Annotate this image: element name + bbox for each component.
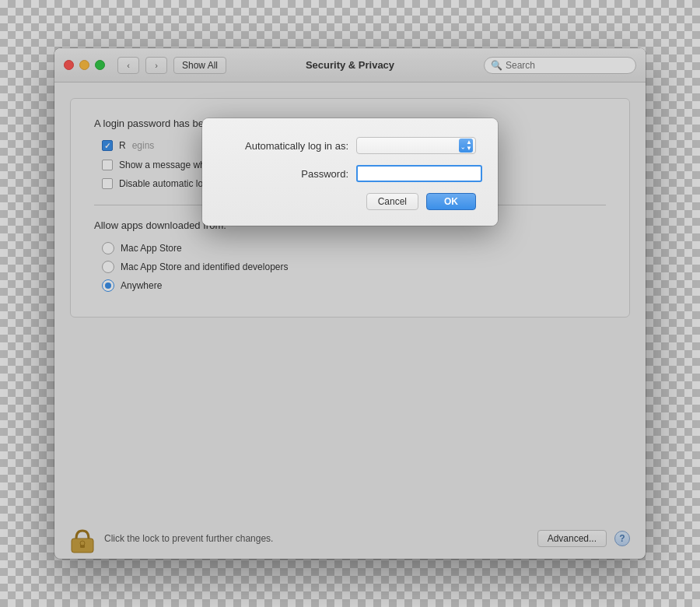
auto-login-row: Automatically log in as: Admin User ▲ ▼	[224, 137, 476, 154]
auto-login-modal: Automatically log in as: Admin User ▲ ▼	[202, 118, 498, 226]
main-window: ‹ › Show All Security & Privacy 🔍 A logi…	[54, 48, 646, 559]
auto-login-select[interactable]: Admin User	[356, 137, 476, 154]
password-label: Password:	[224, 168, 356, 180]
ok-button[interactable]: OK	[426, 193, 476, 210]
modal-buttons: Cancel OK	[224, 193, 476, 210]
cancel-button[interactable]: Cancel	[366, 193, 418, 210]
auto-login-select-container: Admin User ▲ ▼	[356, 137, 476, 154]
auto-login-label: Automatically log in as:	[224, 140, 356, 152]
password-input[interactable]	[356, 165, 482, 182]
password-row: Password:	[224, 165, 476, 182]
modal-overlay: Automatically log in as: Admin User ▲ ▼	[54, 48, 646, 559]
